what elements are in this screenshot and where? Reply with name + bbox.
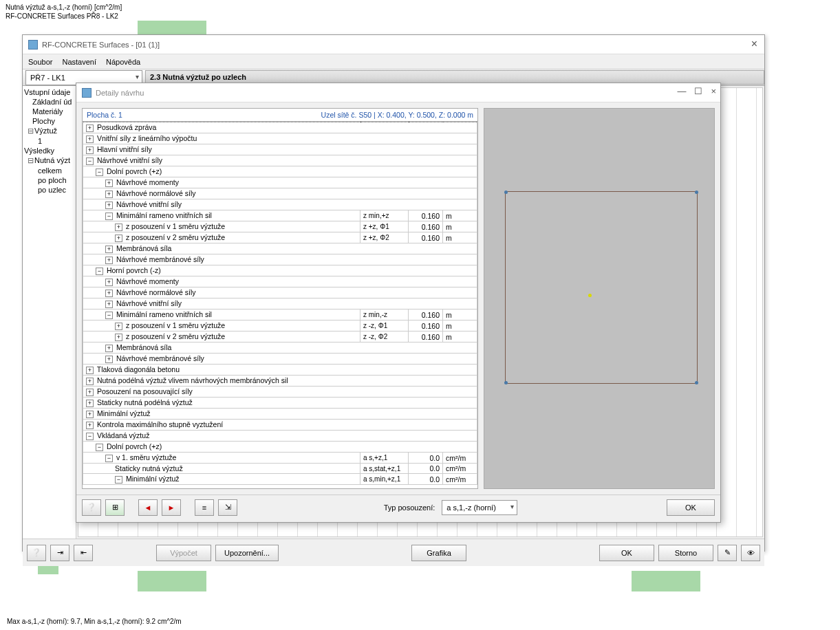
tree-row-label[interactable]: + z posouzení v 2 směru výztuže: [83, 232, 360, 243]
close-icon[interactable]: ×: [751, 38, 757, 50]
expand-icon[interactable]: −: [115, 476, 122, 484]
tree-row-label[interactable]: − Minimální rameno vnitřních sil: [83, 210, 360, 221]
tree-materials: Materiály: [23, 107, 76, 116]
expand-icon[interactable]: +: [105, 301, 113, 308]
list-icon[interactable]: ≡: [195, 499, 214, 516]
help-icon[interactable]: ❔: [27, 545, 46, 561]
expand-icon[interactable]: +: [86, 135, 94, 143]
expand-icon[interactable]: −: [96, 268, 103, 275]
tree-row-label[interactable]: + Minimální výztuž: [83, 409, 477, 420]
ok-button[interactable]: OK: [599, 545, 654, 561]
export-icon[interactable]: ⇤: [74, 545, 93, 561]
check-type-combo[interactable]: a s,1,-z (horní): [442, 500, 517, 515]
expand-icon[interactable]: +: [105, 191, 113, 198]
expand-icon[interactable]: +: [115, 224, 122, 231]
tree-row-label[interactable]: + Návrhové membránové síly: [83, 254, 477, 265]
tree-row-label[interactable]: + z posouzení v 1 směru výztuže: [83, 321, 360, 332]
expand-icon[interactable]: −: [105, 213, 113, 220]
tree-row-label[interactable]: Staticky nutná výztuž: [83, 464, 360, 474]
tree-row-label[interactable]: + Návrhové momenty: [83, 177, 477, 188]
prev-icon[interactable]: ◄: [138, 499, 158, 516]
expand-icon[interactable]: +: [105, 279, 113, 286]
tree-row-label[interactable]: + Hlavní vnitřní síly: [83, 144, 477, 155]
tree-row-label[interactable]: + Návrhové momenty: [83, 276, 477, 287]
tree-row-label[interactable]: + Posouzení na posouvající síly: [83, 387, 477, 398]
tree-row-label[interactable]: + Staticky nutná podélná výztuž: [83, 398, 477, 409]
tree-row-label[interactable]: + z posouzení v 1 směru výztuže: [83, 221, 360, 232]
eye-icon[interactable]: 👁: [741, 545, 760, 561]
menu-help[interactable]: Nápověda: [106, 58, 140, 66]
expand-icon[interactable]: −: [96, 444, 103, 451]
tree-row-label[interactable]: − Vkládaná výztuž: [83, 431, 477, 442]
tree-row-label[interactable]: − Minimální rameno vnitřních sil: [83, 309, 360, 321]
calc-button[interactable]: Výpočet: [156, 545, 211, 561]
expand-icon[interactable]: +: [86, 146, 94, 154]
graphics-button[interactable]: Grafika: [411, 545, 466, 561]
expand-icon[interactable]: +: [115, 334, 122, 341]
symbol-cell: z +z, Φ2: [360, 232, 409, 243]
tree-row-label[interactable]: + Vnitřní síly z lineárního výpočtu: [83, 133, 477, 144]
tree-row-label[interactable]: + Posudková zpráva: [83, 122, 477, 133]
expand-icon[interactable]: +: [86, 400, 94, 407]
minimize-icon[interactable]: —: [677, 86, 686, 96]
expand-icon[interactable]: +: [105, 202, 113, 209]
expand-icon[interactable]: +: [105, 246, 113, 253]
import-icon[interactable]: ⇥: [50, 545, 69, 561]
pick-icon[interactable]: ✎: [718, 545, 737, 561]
tree-row-label[interactable]: + Tlaková diagonála betonu: [83, 365, 477, 376]
tree-row-label[interactable]: − Návrhové vnitřní síly: [83, 155, 477, 166]
maximize-icon[interactable]: ☐: [694, 86, 702, 96]
expand-icon[interactable]: +: [86, 367, 94, 374]
tree-row-label[interactable]: − v 1. směru výztuže: [83, 453, 360, 464]
expand-icon[interactable]: +: [105, 180, 113, 187]
tree-row-label[interactable]: + Kontrola maximálního stupně vyztužení: [83, 420, 477, 431]
close-icon[interactable]: ×: [711, 86, 716, 96]
node-point: [504, 381, 508, 384]
tree-row-label[interactable]: + z posouzení v 2 směru výztuže: [83, 332, 360, 343]
tree-by-node: po uzlec: [23, 185, 76, 195]
navigator-tree[interactable]: Vstupní údaje Základní úd Materiály Ploc…: [23, 86, 76, 539]
detail-tree[interactable]: + Posudková zpráva+ Vnitřní síly z lineá…: [83, 122, 477, 488]
expand-icon[interactable]: +: [115, 235, 122, 242]
expand-icon[interactable]: −: [105, 455, 113, 462]
tree-icon[interactable]: ⇲: [218, 499, 237, 516]
expand-icon[interactable]: −: [86, 158, 94, 165]
expand-icon[interactable]: +: [86, 411, 94, 418]
tree-row-label[interactable]: + Nutná podélná výztuž vlivem návrhových…: [83, 376, 477, 387]
tree-row-label[interactable]: + Návrhové vnitřní síly: [83, 199, 477, 210]
tree-row-label[interactable]: − Minimální výztuž: [83, 474, 360, 485]
tree-row-label[interactable]: − Dolní povrch (+z): [83, 166, 477, 177]
symbol-cell: z min,-z: [360, 309, 409, 321]
tree-row-label[interactable]: + Návrhové normálové síly: [83, 287, 477, 298]
expand-icon[interactable]: −: [86, 433, 94, 440]
mesh-node: [588, 294, 592, 297]
cancel-button[interactable]: Storno: [658, 545, 713, 561]
expand-icon[interactable]: −: [96, 169, 103, 176]
menu-settings[interactable]: Nastavení: [62, 58, 96, 66]
expand-icon[interactable]: +: [86, 378, 94, 385]
tree-row-label[interactable]: + Membránová síla: [83, 243, 477, 254]
excel-icon[interactable]: ⊞: [105, 499, 125, 516]
menu-file[interactable]: Soubor: [28, 58, 52, 66]
expand-icon[interactable]: +: [86, 124, 94, 132]
expand-icon[interactable]: +: [105, 257, 113, 264]
tree-row-label[interactable]: + Membránová síla: [83, 343, 477, 354]
expand-icon[interactable]: +: [115, 323, 122, 330]
expand-icon[interactable]: +: [86, 422, 94, 429]
dialog-ok-button[interactable]: OK: [667, 499, 715, 516]
symbol-cell: z min,+z: [360, 210, 409, 221]
help-icon[interactable]: ❔: [82, 499, 101, 516]
expand-icon[interactable]: −: [105, 312, 113, 319]
expand-icon[interactable]: +: [86, 389, 94, 396]
expand-icon[interactable]: +: [105, 356, 113, 363]
tree-row-label[interactable]: + Návrhové normálové síly: [83, 188, 477, 199]
tree-row-label[interactable]: − Horní povrch (-z): [83, 265, 477, 276]
warnings-button[interactable]: Upozornění...: [215, 545, 279, 561]
tree-row-label[interactable]: + Návrhové vnitřní síly: [83, 298, 477, 309]
next-icon[interactable]: ►: [162, 499, 181, 516]
expand-icon[interactable]: +: [105, 290, 113, 297]
expand-icon[interactable]: +: [105, 345, 113, 352]
tree-row-label[interactable]: + Návrhové membránové síly: [83, 354, 477, 365]
unit-cell: m: [443, 309, 477, 321]
tree-row-label[interactable]: − Dolní povrch (+z): [83, 442, 477, 453]
